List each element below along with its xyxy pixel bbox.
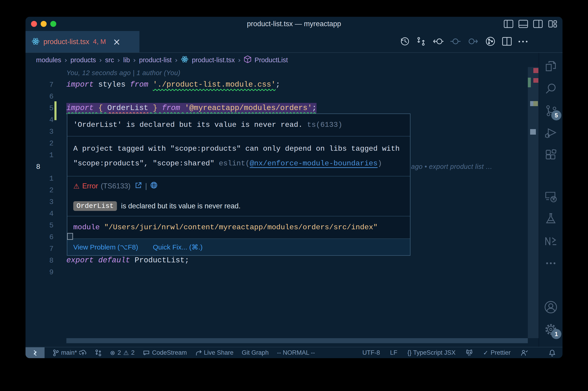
overview-cursor-mark — [530, 129, 536, 135]
line-number: 2 — [49, 186, 54, 194]
gutter: 8 — [25, 161, 66, 173]
open-external-icon[interactable] — [135, 182, 142, 191]
tab-product-list[interactable]: product-list.tsx 4, M × — [25, 31, 139, 52]
account-icon[interactable] — [543, 300, 558, 314]
more-actions-icon[interactable] — [518, 40, 528, 44]
explorer-icon[interactable] — [543, 59, 558, 74]
extensions-icon[interactable] — [543, 148, 558, 163]
vertical-scrollbar[interactable] — [528, 67, 539, 338]
breadcrumb-item-product-list[interactable]: product-list — [139, 56, 172, 64]
code-line[interactable]: 7import styles from './product-list.modu… — [25, 79, 539, 91]
git-branch-status[interactable]: main* — [53, 349, 86, 356]
prettier-status[interactable]: ✓ Prettier — [483, 349, 510, 356]
code-line[interactable]: 6 — [25, 91, 539, 102]
gutter: 6 — [25, 231, 66, 243]
gutter: 5 — [25, 102, 66, 114]
toggle-panel-icon[interactable] — [518, 20, 528, 28]
code-line[interactable]: 8export default ProductList; — [25, 255, 539, 266]
editor-actions — [400, 31, 563, 52]
overview-warning-mark — [533, 101, 538, 106]
line-number: 7 — [49, 81, 54, 89]
breadcrumb-item-products[interactable]: products — [71, 56, 96, 64]
gitlens-compare-status[interactable] — [95, 349, 102, 356]
previous-change-icon[interactable] — [450, 36, 461, 47]
encoding-status[interactable]: UTF-8 — [362, 349, 380, 356]
close-window-button[interactable] — [31, 21, 37, 27]
codestream-status[interactable]: CodeStream — [143, 349, 187, 356]
breadcrumb-item-src[interactable]: src — [105, 56, 114, 64]
line-number: 7 — [49, 245, 54, 253]
open-changes-prev-icon[interactable] — [432, 36, 444, 47]
split-editor-icon[interactable] — [502, 37, 512, 47]
github-status[interactable] — [466, 349, 473, 356]
remote-explorer-icon[interactable] — [543, 189, 558, 204]
breadcrumb-symbol[interactable]: ProductList — [254, 56, 288, 64]
minimize-window-button[interactable] — [41, 21, 47, 27]
gutter: 7 — [25, 79, 66, 91]
hover-diagnostic: 'OrderList' is declared but its value is… — [67, 114, 410, 136]
git-compare-icon[interactable] — [416, 36, 426, 47]
gutter: 3 — [25, 196, 66, 208]
quick-fix-button[interactable]: Quick Fix... (⌘.) — [153, 243, 203, 251]
eol-status[interactable]: LF — [390, 349, 397, 356]
code-line[interactable]: 5import { OrderList } from '@myreactapp/… — [25, 102, 539, 114]
search-icon[interactable] — [543, 81, 558, 96]
nx-console-icon[interactable] — [543, 234, 558, 248]
tab-label: product-list.tsx — [43, 38, 89, 46]
error-hover-popup: 'OrderList' is declared but its value is… — [67, 113, 411, 256]
feedback-status[interactable] — [521, 349, 528, 356]
breadcrumb-separator: › — [99, 56, 102, 64]
line-number: 5 — [49, 104, 54, 112]
line-number: 6 — [49, 92, 54, 100]
vscode-window: product-list.tsx — myreactapp product-li… — [25, 17, 563, 358]
editor-pane[interactable]: You, 12 seconds ago | 1 author (You)7imp… — [25, 67, 539, 347]
gutter: 1 — [25, 149, 66, 161]
tab-problems-modified-badge: 4, M — [93, 38, 106, 45]
next-change-icon[interactable] — [467, 36, 479, 47]
gutter: 9 — [25, 266, 66, 278]
settings-badge: 1 — [551, 329, 561, 339]
severity-label: Error — [82, 182, 98, 190]
globe-icon[interactable] — [150, 182, 158, 191]
symbol-cube-icon — [244, 55, 251, 65]
git-graph-status[interactable]: Git Graph — [242, 349, 269, 356]
remote-indicator[interactable] — [25, 347, 45, 358]
language-mode-status[interactable]: {} TypeScript JSX — [408, 349, 456, 356]
gutter: 8 — [25, 255, 66, 266]
horizontal-scrollbar[interactable] — [66, 338, 528, 343]
breadcrumb-item-lib[interactable]: lib — [123, 56, 130, 64]
toggle-secondary-sidebar-icon[interactable] — [533, 20, 543, 28]
current-line-blame: ago • export product list … — [411, 163, 493, 171]
run-debug-icon[interactable] — [543, 126, 558, 140]
notifications-bell-icon[interactable] — [549, 347, 556, 358]
problems-status[interactable]: ⊗ 2 ⚠ 2 — [110, 349, 135, 356]
settings-gear-icon[interactable]: 1 — [543, 322, 558, 337]
gutter: 3 — [25, 126, 66, 137]
line-number: 8 — [49, 256, 54, 264]
additional-views-icon[interactable] — [543, 256, 558, 271]
zoom-window-button[interactable] — [50, 21, 56, 27]
customize-layout-icon[interactable] — [548, 20, 557, 28]
code-line[interactable]: You, 12 seconds ago | 1 author (You) — [25, 67, 539, 79]
code-line[interactable]: 9 — [25, 266, 539, 278]
hover-actions: View Problem (⌥F8) Quick Fix... (⌘.) — [67, 239, 410, 255]
source-control-icon[interactable]: 5 — [543, 103, 558, 118]
view-problem-button[interactable]: View Problem (⌥F8) — [73, 243, 138, 251]
check-icon: ✓ — [483, 349, 488, 356]
error-triangle-icon: ⚠ — [73, 182, 80, 190]
breadcrumb-file[interactable]: product-list.tsx — [192, 56, 235, 64]
testing-flask-icon[interactable] — [543, 211, 558, 226]
line-number: 6 — [49, 233, 54, 241]
tab-close-icon[interactable]: × — [113, 37, 121, 46]
breadcrumb: modules›products›src›lib›product-list› p… — [25, 53, 539, 67]
eslint-rule-link[interactable]: @nx/enforce-module-boundaries — [250, 159, 378, 168]
live-share-status[interactable]: Live Share — [195, 349, 234, 356]
gutter: 1 — [25, 173, 66, 184]
gutter: 2 — [25, 184, 66, 196]
git-graph-run-icon[interactable] — [485, 36, 496, 48]
editor-cursor — [67, 233, 73, 240]
line-number: 3 — [49, 198, 54, 206]
breadcrumb-item-modules[interactable]: modules — [36, 56, 61, 64]
toggle-primary-sidebar-icon[interactable] — [504, 20, 513, 28]
timeline-history-icon[interactable] — [400, 36, 410, 47]
